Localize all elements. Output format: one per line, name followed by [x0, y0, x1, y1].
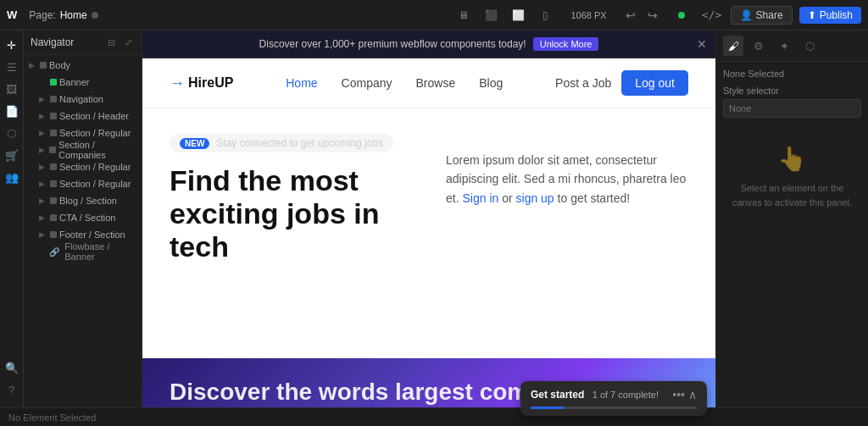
toast-collapse-button[interactable]: ∧ [688, 388, 697, 401]
desktop-view-icon[interactable]: 🖥 [452, 4, 476, 26]
arrow-icon: ▶ [29, 61, 37, 69]
item-icon [50, 231, 57, 238]
page-status-dot [92, 12, 98, 19]
page-name: Home [60, 9, 87, 21]
hero-left: NEW Stay connected to get upcoming jobs … [170, 134, 412, 263]
right-panel-tabs: 🖌 ⚙ ✦ ⬡ [716, 30, 868, 62]
cms-icon[interactable]: ⬡ [3, 124, 21, 142]
post-job-link[interactable]: Post a Job [555, 76, 611, 90]
logo-text: HireUP [188, 75, 233, 91]
hand-pointer-icon: 👆 [777, 145, 807, 173]
mobile-landscape-icon[interactable]: ⬜ [506, 4, 530, 26]
nav-item-flowbase-banner[interactable]: 🔗 Flowbase / Banner [24, 243, 142, 260]
arrow-icon: ▶ [39, 163, 47, 171]
item-icon [50, 130, 57, 136]
hero-sign-up-text: sign up [516, 191, 554, 205]
settings-tab-icon[interactable]: ⚙ [748, 36, 769, 56]
item-icon [50, 79, 57, 86]
item-icon [49, 147, 56, 153]
close-banner-icon[interactable]: ✕ [697, 37, 707, 51]
nav-item-navigation[interactable]: ▶ Navigation [24, 91, 142, 108]
badge-text: Stay connected to get upcoming jobs [216, 137, 383, 149]
ecommerce-icon[interactable]: 🛒 [3, 146, 21, 164]
style-selector-label: Style selector [723, 86, 861, 96]
share-person-icon: 👤 [740, 9, 753, 21]
toast-title: Get started [531, 389, 584, 401]
hero-sign-in-text: Sign in [462, 191, 498, 205]
toast-subtitle: 1 of 7 complete! [593, 390, 659, 400]
navigator-header: Navigator ⊟ ⤢ [24, 30, 142, 55]
navigator-title: Navigator [31, 36, 74, 48]
item-icon [50, 197, 57, 204]
navigator-icon[interactable]: ☰ [3, 58, 21, 76]
unlock-more-button[interactable]: Unlock More [533, 37, 599, 51]
toast-titles: Get started 1 of 7 complete! [531, 389, 659, 401]
users-icon[interactable]: 👥 [3, 168, 21, 186]
new-label: NEW [180, 138, 209, 149]
nav-blog-link[interactable]: Blog [479, 76, 503, 90]
logout-button[interactable]: Log out [621, 70, 688, 96]
add-element-icon[interactable]: ✛ [3, 36, 21, 54]
hero-right: Lorem ipsum dolor sit amet, consectetur … [446, 134, 688, 263]
undo-button[interactable]: ↩ [620, 5, 641, 25]
nav-item-section-regular-2[interactable]: ▶ Section / Regular [24, 158, 142, 175]
none-selected-label: None Selected [723, 69, 861, 79]
interactions-tab-icon[interactable]: ✦ [774, 36, 794, 56]
nav-company-link[interactable]: Company [342, 76, 392, 90]
site-logo: → HireUP [170, 75, 233, 92]
green-status-icon [670, 4, 693, 26]
mobile-portrait-icon[interactable]: ▯ [533, 4, 557, 26]
nav-item-cta-section[interactable]: ▶ CTA / Section [24, 209, 142, 226]
link-icon: 🔗 [49, 247, 59, 257]
nav-item-section-header[interactable]: ▶ Section / Header [24, 108, 142, 124]
page-label: Page: [29, 9, 55, 21]
redo-button[interactable]: ↪ [643, 5, 663, 25]
style-selector-input[interactable] [723, 99, 861, 118]
nav-item-footer-section[interactable]: ▶ Footer / Section [24, 226, 142, 243]
toast-more-button[interactable]: ••• [672, 388, 685, 401]
collapse-all-icon[interactable]: ⊟ [104, 36, 118, 49]
view-controls: 🖥 ⬛ ⬜ ▯ [452, 4, 557, 26]
nav-item-body[interactable]: ▶ Body [24, 57, 142, 74]
navigator-header-icons: ⊟ ⤢ [104, 36, 135, 49]
status-text: No Element Selected [8, 412, 96, 423]
help-icon[interactable]: ? [3, 380, 21, 399]
site-nav-links: Home Company Browse Blog [286, 76, 503, 90]
nav-item-section-regular-3[interactable]: ▶ Section / Regular [24, 175, 142, 192]
navigator-panel: Navigator ⊟ ⤢ ▶ Body Banner ▶ Navigation [24, 30, 142, 426]
px-display: 1068 PX [570, 10, 606, 20]
toast-content: Get started 1 of 7 complete! ••• ∧ [531, 388, 697, 409]
nav-home-link[interactable]: Home [286, 76, 317, 90]
undo-redo: ↩ ↪ [620, 5, 663, 25]
item-icon [50, 214, 57, 221]
hero-title: Find the most exciting jobs in tech [170, 164, 412, 263]
tablet-view-icon[interactable]: ⬛ [479, 4, 503, 26]
nav-browse-link[interactable]: Browse [416, 76, 456, 90]
nav-item-section-companies[interactable]: ▶ Section / Companies [24, 141, 142, 158]
nav-item-section-regular-1[interactable]: ▶ Section / Regular [24, 124, 142, 141]
style-tab-icon[interactable]: 🖌 [723, 36, 743, 56]
nav-item-banner[interactable]: Banner [24, 74, 142, 91]
share-button[interactable]: 👤 Share [731, 6, 793, 25]
arrow-icon: ▶ [39, 112, 47, 120]
navigator-items: ▶ Body Banner ▶ Navigation ▶ Section / H… [24, 55, 142, 426]
logo-arrow-icon: → [170, 75, 185, 92]
arrow-icon: ▶ [39, 196, 47, 205]
arrow-icon: ▶ [39, 129, 47, 137]
assets-icon[interactable]: 🖼 [3, 80, 21, 98]
arrow-icon: ▶ [39, 95, 47, 103]
components-tab-icon[interactable]: ⬡ [799, 36, 820, 56]
item-icon [40, 62, 47, 69]
nav-item-blog-section[interactable]: ▶ Blog / Section [24, 192, 142, 209]
site-nav-actions: Post a Job Log out [555, 70, 688, 96]
item-icon [50, 163, 57, 170]
right-panel-content: None Selected Style selector 👆 Select an… [716, 62, 868, 426]
pages-icon[interactable]: 📄 [3, 102, 21, 120]
expand-icon[interactable]: ⤢ [121, 36, 135, 49]
publish-button[interactable]: ⬆ Publish [799, 7, 861, 24]
arrow-icon: ▶ [39, 213, 47, 222]
new-badge: NEW Stay connected to get upcoming jobs [170, 134, 393, 152]
code-editor-icon[interactable]: </> [700, 4, 724, 26]
webflow-logo: W [7, 8, 17, 21]
search-icon[interactable]: 🔍 [3, 358, 21, 377]
